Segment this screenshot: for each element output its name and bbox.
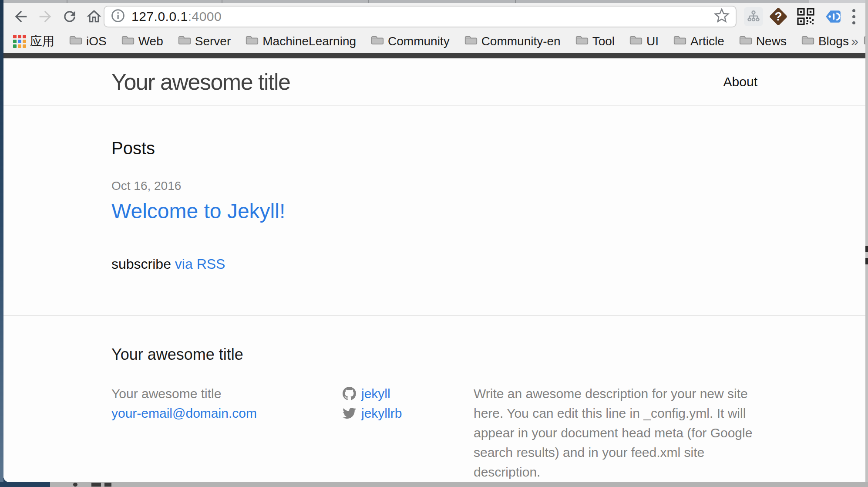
footer-email-link[interactable]: your-email@domain.com (111, 406, 257, 420)
post-title-link[interactable]: Welcome to Jekyll! (111, 199, 285, 223)
back-button[interactable] (10, 7, 31, 27)
url-host: 127.0.0.1 (131, 9, 188, 24)
tab-separator (515, 0, 516, 3)
tab-strip[interactable] (3, 0, 865, 3)
rss-link[interactable]: via RSS (175, 256, 225, 272)
footer-col-social: jekyll jekyllrb (343, 384, 474, 482)
desktop-right-edge (865, 0, 868, 487)
desktop-bottom-edge (0, 482, 868, 487)
dock-glyph (91, 483, 101, 487)
tab-separator (67, 0, 67, 3)
bookmark-apps[interactable]: 应用 (13, 33, 54, 50)
folder-icon (629, 34, 643, 48)
post-date: Oct 16, 2016 (111, 179, 757, 193)
bookmarks-overflow-chevron[interactable]: » (851, 30, 858, 53)
folder-icon (371, 34, 384, 48)
bookmark-folder[interactable]: UI (629, 34, 659, 48)
footer-description: Write an awesome description for your ne… (474, 384, 757, 482)
bookmark-folder[interactable]: News (739, 34, 787, 48)
browser-toolbar: 127.0.0.1:4000 ? (3, 3, 865, 30)
bookmark-folder[interactable]: Server (178, 34, 231, 48)
footer-site-name: Your awesome title (111, 384, 343, 403)
bookmark-folder[interactable]: Article (673, 34, 724, 48)
folder-icon (739, 34, 752, 48)
web-page: Your awesome title About Posts Oct 16, 2… (3, 58, 865, 482)
dock-glyph (104, 483, 111, 487)
folder-icon (69, 34, 82, 48)
desktop-bottom-navy (0, 482, 50, 487)
bookmark-folder-label: iOS (86, 34, 107, 48)
page-info-icon[interactable] (111, 8, 125, 25)
github-social-row: jekyll (343, 384, 474, 403)
qr-code-extension-icon[interactable] (796, 7, 816, 27)
folder-icon (178, 34, 191, 48)
folder-icon (864, 34, 865, 48)
bookmark-folder-label: MachineLearning (262, 34, 356, 48)
folder-icon (121, 34, 135, 48)
site-header-top-border (3, 53, 865, 58)
nav-about-link[interactable]: About (723, 74, 757, 89)
home-button[interactable] (84, 7, 104, 27)
active-tab-sliver[interactable] (809, 0, 865, 3)
posts-heading: Posts (111, 139, 757, 158)
bookmark-folder-label: UI (646, 34, 659, 48)
bookmark-folder[interactable]: Community (371, 34, 450, 48)
bookmark-folder-label: Server (195, 34, 231, 48)
bookmark-folder-label: Article (690, 34, 724, 48)
github-icon (343, 387, 356, 400)
github-username-link[interactable]: jekyll (361, 384, 390, 403)
bookmark-folder-label: News (756, 34, 787, 48)
site-header: Your awesome title About (3, 58, 865, 106)
url-port: :4000 (188, 9, 222, 24)
question-diamond-extension-icon[interactable]: ? (768, 7, 788, 27)
url-text[interactable]: 127.0.0.1:4000 (131, 9, 222, 24)
twitter-icon (343, 406, 356, 420)
post-list: Oct 16, 2016 Welcome to Jekyll! (111, 179, 757, 223)
bookmark-apps-label: 应用 (30, 33, 54, 50)
folder-icon (801, 34, 814, 48)
bookmark-folder-label: Community-en (481, 34, 561, 48)
subscribe-text: subscribe (111, 256, 175, 272)
site-title-link[interactable]: Your awesome title (111, 69, 290, 95)
desktop-left-edge (0, 0, 3, 487)
bookmark-folder[interactable]: Web (121, 34, 163, 48)
browser-window: 127.0.0.1:4000 ? (3, 0, 865, 482)
dock-glyph (73, 483, 77, 487)
footer-col-contact: Your awesome title your-email@domain.com (111, 384, 343, 482)
twitter-social-row: jekyllrb (343, 403, 474, 423)
page-main: Posts Oct 16, 2016 Welcome to Jekyll! su… (3, 106, 865, 315)
twitter-username-link[interactable]: jekyllrb (361, 403, 402, 423)
sitemap-extension-icon[interactable] (744, 7, 764, 27)
reload-button[interactable] (59, 7, 80, 27)
address-bar[interactable]: 127.0.0.1:4000 (104, 6, 737, 27)
bookmark-folder-list: iOS Web (69, 34, 865, 48)
site-nav: About (723, 74, 757, 89)
bookmark-folder-label: Blogs (818, 34, 849, 48)
question-glyph: ? (769, 7, 788, 26)
bookmark-folder[interactable]: MachineLearning (246, 34, 356, 48)
bookmark-folder-label: Tool (592, 34, 615, 48)
footer-heading: Your awesome title (111, 345, 757, 364)
folder-icon (575, 34, 589, 48)
browser-menu-icon[interactable] (847, 7, 860, 27)
background-window-sliver (865, 258, 868, 264)
bookmark-folder[interactable]: MaintainBlog (864, 34, 865, 48)
apps-grid-icon (13, 35, 26, 48)
blue-tag-extension-icon[interactable] (823, 7, 843, 27)
folder-icon (673, 34, 686, 48)
tab-separator (222, 0, 222, 3)
bookmark-star-icon[interactable] (714, 8, 730, 25)
subscribe-line: subscribe via RSS (111, 256, 757, 315)
folder-icon (246, 34, 259, 48)
background-window-sliver (865, 246, 868, 252)
site-footer: Your awesome title Your awesome title yo… (3, 315, 865, 482)
bookmark-folder[interactable]: iOS (69, 34, 107, 48)
post-item: Oct 16, 2016 Welcome to Jekyll! (111, 179, 757, 223)
bookmarks-bar: 应用 iOS (3, 30, 865, 53)
bookmark-folder-label: Web (138, 34, 163, 48)
bookmark-folder[interactable]: Community-en (464, 34, 561, 48)
forward-button[interactable] (35, 7, 56, 27)
bookmark-folder[interactable]: Tool (575, 34, 615, 48)
bookmark-folder[interactable]: Blogs (801, 34, 849, 48)
bookmark-folder-label: Community (388, 34, 450, 48)
